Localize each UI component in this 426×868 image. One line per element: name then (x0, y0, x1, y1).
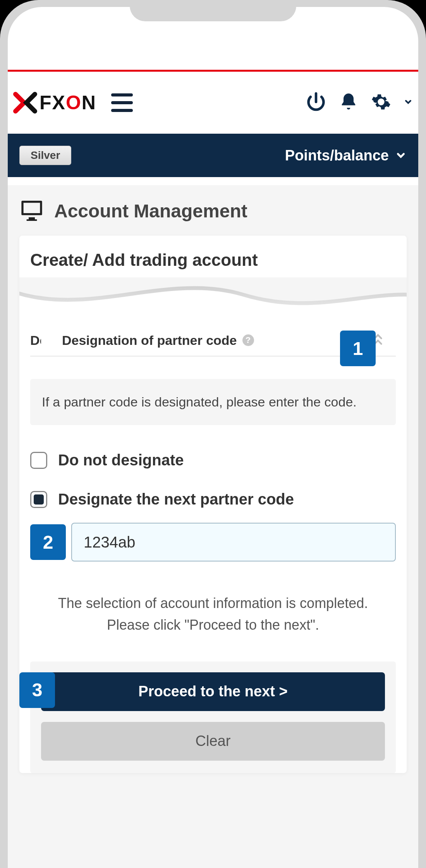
create-account-card: Create/ Add trading account (19, 236, 407, 773)
partner-code-input[interactable] (71, 523, 396, 561)
page-title: Account Management (54, 200, 247, 222)
radio-row-do-not-designate[interactable]: Do not designate (19, 451, 407, 469)
tier-badge: Silver (19, 146, 71, 165)
logo-text: FXON (40, 91, 96, 114)
phone-notch (130, 0, 296, 21)
section-heading: Designation of partner code (41, 333, 237, 348)
hamburger-menu-button[interactable] (111, 93, 133, 112)
radio-row-designate-next[interactable]: Designate the next partner code (19, 491, 407, 508)
clear-button[interactable]: Clear (41, 722, 385, 761)
logo-mark-icon (13, 92, 37, 114)
chevron-down-icon[interactable] (404, 97, 413, 108)
info-callout: If a partner code is designated, please … (30, 379, 396, 425)
radio-label-designate-next: Designate the next partner code (58, 491, 294, 508)
card-divider-wave (19, 277, 407, 332)
chevron-down-icon (395, 150, 407, 161)
bell-icon[interactable] (338, 92, 359, 114)
radio-designate-next[interactable] (30, 491, 47, 508)
account-status-bar: Silver Points/balance (8, 134, 418, 177)
proceed-button[interactable]: Proceed to the next > (41, 672, 385, 711)
completion-message: The selection of account information is … (19, 592, 407, 636)
step-badge-2: 2 (30, 524, 66, 560)
brand-logo[interactable]: FXON (13, 91, 96, 114)
radio-label-do-not-designate: Do not designate (58, 451, 184, 469)
step-badge-3: 3 (19, 672, 55, 708)
app-header: FXON (8, 72, 418, 134)
hamburger-bar-icon (111, 101, 133, 104)
points-balance-label: Points/balance (285, 147, 389, 164)
step-badge-1: 1 (340, 331, 376, 366)
hamburger-bar-icon (111, 93, 133, 96)
card-title: Create/ Add trading account (19, 250, 407, 277)
svg-rect-2 (27, 219, 37, 221)
svg-rect-3 (24, 203, 40, 213)
help-icon[interactable]: ? (242, 334, 254, 346)
svg-rect-1 (29, 217, 35, 219)
points-balance-toggle[interactable]: Points/balance (285, 147, 407, 164)
power-icon[interactable] (306, 92, 326, 114)
hamburger-bar-icon (111, 109, 133, 112)
radio-do-not-designate[interactable] (30, 452, 47, 469)
gear-icon[interactable] (371, 92, 391, 114)
monitor-icon (19, 198, 44, 224)
action-box: 3 Proceed to the next > Clear (30, 661, 396, 773)
page-title-row: Account Management (8, 185, 418, 232)
